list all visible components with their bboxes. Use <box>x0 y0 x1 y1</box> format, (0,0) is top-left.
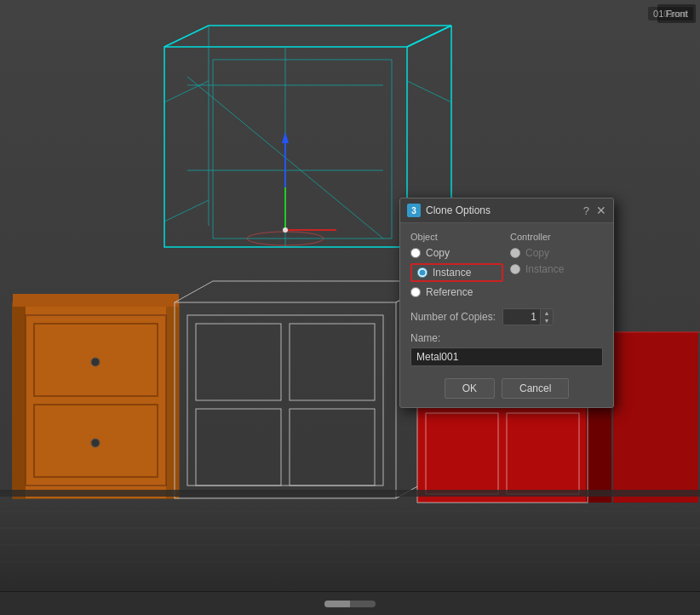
ctrl-instance-radio <box>510 264 520 274</box>
dialog-controls: ? ✕ <box>583 204 606 217</box>
dialog-buttons: OK Cancel <box>410 375 603 399</box>
viewport: Front 01 01 Front 3 Clone Options ? ✕ <box>0 0 700 615</box>
instance-label: Instance <box>433 267 471 279</box>
svg-rect-38 <box>13 302 26 498</box>
object-header: Object <box>410 232 503 242</box>
reference-option[interactable]: Reference <box>410 286 503 298</box>
spin-down-arrow[interactable]: ▼ <box>541 317 553 325</box>
svg-point-42 <box>91 439 100 447</box>
ctrl-instance-option[interactable]: Instance <box>510 263 603 275</box>
clone-options-dialog: 3 Clone Options ? ✕ Object <box>399 198 614 408</box>
dialog-help-button[interactable]: ? <box>583 204 589 217</box>
name-section: Name: <box>410 332 603 366</box>
cancel-button[interactable]: Cancel <box>502 378 569 399</box>
controller-radio-group: Copy Instance <box>510 247 603 275</box>
ctrl-copy-option[interactable]: Copy <box>510 247 603 259</box>
svg-point-41 <box>91 358 100 366</box>
ctrl-copy-label: Copy <box>525 247 549 259</box>
status-bar <box>0 591 700 615</box>
copies-row: Number of Copies: 1 ▲ ▼ <box>410 308 603 325</box>
ctrl-instance-label: Instance <box>525 263 564 275</box>
dialog-close-button[interactable]: ✕ <box>596 204 606 216</box>
viewport-label: 01 Front <box>648 7 693 20</box>
dialog-columns: Object Copy Instance <box>410 232 603 298</box>
reference-label: Reference <box>426 286 473 298</box>
instance-radio[interactable] <box>417 267 427 278</box>
object-column: Object Copy Instance <box>410 232 503 298</box>
status-bar-center <box>324 601 376 607</box>
copy-radio[interactable] <box>410 248 421 258</box>
dialog-icon: 3 <box>407 204 421 217</box>
copies-label: Number of Copies: <box>410 311 496 323</box>
dialog-titlebar: 3 Clone Options ? ✕ <box>400 198 613 223</box>
svg-rect-34 <box>13 302 179 498</box>
copies-spin-control[interactable]: 1 ▲ ▼ <box>502 308 554 325</box>
ctrl-copy-radio <box>510 248 520 258</box>
ok-button[interactable]: OK <box>445 378 495 399</box>
name-label: Name: <box>410 332 603 344</box>
object-radio-group: Copy Instance Reference <box>410 247 503 298</box>
progress-indicator <box>324 601 376 607</box>
svg-point-32 <box>283 227 288 233</box>
controller-column: Controller Copy Instance <box>510 232 603 298</box>
svg-rect-66 <box>0 490 700 497</box>
copies-input[interactable]: 1 <box>502 308 541 325</box>
copy-option[interactable]: Copy <box>410 247 503 259</box>
controller-header: Controller <box>510 232 603 242</box>
dialog-title: Clone Options <box>426 204 491 216</box>
svg-rect-40 <box>13 294 179 307</box>
instance-option[interactable]: Instance <box>410 263 503 282</box>
svg-rect-39 <box>166 302 179 498</box>
reference-radio[interactable] <box>410 287 421 297</box>
spin-arrows: ▲ ▼ <box>541 308 554 325</box>
copy-label: Copy <box>426 247 450 259</box>
dialog-body: Object Copy Instance <box>400 223 613 407</box>
progress-fill <box>324 601 350 607</box>
spin-up-arrow[interactable]: ▲ <box>541 309 553 317</box>
name-input[interactable] <box>410 348 603 366</box>
dialog-title-left: 3 Clone Options <box>407 204 491 217</box>
svg-rect-63 <box>613 332 698 503</box>
svg-rect-1 <box>0 494 700 592</box>
